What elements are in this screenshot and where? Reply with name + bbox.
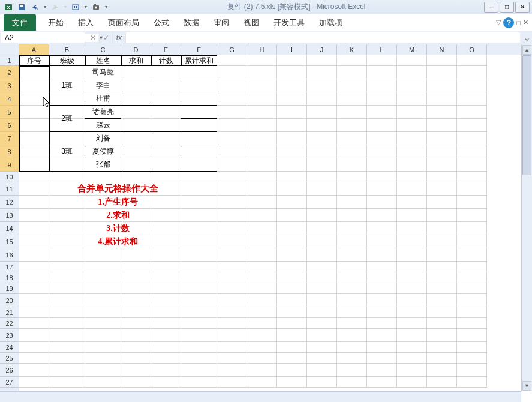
cell[interactable]	[151, 172, 181, 182]
redo-icon[interactable]	[49, 1, 61, 13]
cell[interactable]	[307, 283, 337, 294]
cell[interactable]	[181, 106, 217, 119]
cell[interactable]	[457, 92, 487, 106]
cell[interactable]	[277, 182, 307, 196]
cell[interactable]	[85, 342, 121, 353]
cell[interactable]: 求和	[121, 55, 151, 66]
cell[interactable]	[217, 106, 247, 119]
cell[interactable]	[307, 145, 337, 158]
cell[interactable]	[397, 92, 427, 106]
cell[interactable]	[427, 145, 457, 158]
cell[interactable]	[457, 235, 487, 248]
cell[interactable]	[247, 272, 277, 283]
cell[interactable]	[337, 283, 367, 294]
cell[interactable]	[217, 329, 247, 342]
cell[interactable]	[217, 364, 247, 377]
cell[interactable]	[367, 353, 397, 364]
cell[interactable]	[181, 92, 217, 106]
cell[interactable]	[121, 262, 151, 272]
cell[interactable]	[121, 66, 151, 106]
cell[interactable]	[121, 106, 151, 132]
cell[interactable]	[19, 272, 49, 283]
col-header-E[interactable]: E	[151, 44, 181, 55]
col-header-B[interactable]: B	[49, 44, 85, 55]
cell[interactable]	[49, 318, 85, 329]
cell[interactable]	[427, 119, 457, 132]
cell[interactable]: 李白	[85, 79, 121, 92]
row-header-25[interactable]: 25	[0, 353, 19, 364]
col-header-K[interactable]: K	[337, 44, 367, 55]
cell[interactable]	[367, 196, 397, 209]
cell[interactable]	[121, 172, 151, 182]
col-header-C[interactable]: C	[85, 44, 121, 55]
cell[interactable]: 刘备	[85, 132, 121, 145]
cell[interactable]	[457, 329, 487, 342]
cell[interactable]	[151, 377, 181, 388]
formula-input[interactable]	[126, 32, 520, 43]
cell[interactable]	[397, 283, 427, 294]
cell[interactable]	[337, 92, 367, 106]
cell[interactable]	[247, 222, 277, 235]
cell[interactable]	[337, 119, 367, 132]
cell[interactable]	[49, 294, 85, 307]
cell[interactable]	[217, 318, 247, 329]
cell[interactable]	[151, 318, 181, 329]
cell[interactable]	[85, 377, 121, 388]
cell[interactable]	[121, 342, 151, 353]
cell[interactable]	[457, 283, 487, 294]
cell[interactable]	[337, 272, 367, 283]
cell[interactable]	[367, 172, 397, 182]
cell[interactable]	[427, 132, 457, 145]
cell[interactable]	[49, 353, 85, 364]
cell[interactable]	[19, 262, 49, 272]
cell[interactable]	[217, 119, 247, 132]
vertical-scrollbar[interactable]: ▲ ▼	[521, 44, 532, 391]
cell[interactable]	[367, 119, 397, 132]
row-header-9[interactable]: 9	[0, 158, 19, 172]
cell[interactable]	[247, 235, 277, 248]
cell[interactable]	[397, 145, 427, 158]
cell[interactable]	[85, 329, 121, 342]
cell[interactable]: 司马懿	[85, 66, 121, 79]
cell[interactable]: 3班	[49, 132, 85, 172]
cell[interactable]	[19, 294, 49, 307]
cell[interactable]	[457, 132, 487, 145]
cell[interactable]	[217, 353, 247, 364]
cell[interactable]	[337, 132, 367, 145]
cell[interactable]	[181, 132, 217, 145]
cell[interactable]	[337, 353, 367, 364]
cell[interactable]	[457, 342, 487, 353]
col-header-A[interactable]: A	[19, 44, 49, 55]
row-header-5[interactable]: 5	[0, 106, 19, 119]
cell[interactable]	[457, 79, 487, 92]
row-header-21[interactable]: 21	[0, 307, 19, 318]
close-button[interactable]: ✕	[515, 2, 530, 13]
save-icon[interactable]	[16, 1, 28, 13]
cell[interactable]	[307, 364, 337, 377]
cell[interactable]	[457, 182, 487, 196]
cell[interactable]	[217, 209, 247, 222]
cells-area[interactable]: 序号班级姓名求和计数累计求和1班2班3班司马懿李白杜甫诸葛亮赵云刘备夏侯惇张郃合…	[19, 55, 521, 391]
cell[interactable]	[277, 209, 307, 222]
cell[interactable]	[181, 329, 217, 342]
col-header-G[interactable]: G	[217, 44, 247, 55]
cell[interactable]	[217, 92, 247, 106]
cell[interactable]	[367, 377, 397, 388]
cell[interactable]	[397, 158, 427, 172]
scroll-thumb[interactable]	[522, 55, 531, 175]
cell[interactable]	[457, 307, 487, 318]
cell[interactable]	[397, 235, 427, 248]
cell[interactable]	[277, 307, 307, 318]
cell[interactable]	[427, 92, 457, 106]
cell[interactable]	[151, 342, 181, 353]
cell[interactable]	[151, 294, 181, 307]
ribbon-minimize-icon[interactable]: ▽	[496, 19, 501, 26]
enter-icon[interactable]: ✓	[100, 31, 113, 44]
row-header-14[interactable]: 14	[0, 222, 19, 235]
cell[interactable]	[427, 248, 457, 262]
row-header-3[interactable]: 3	[0, 79, 19, 92]
cell[interactable]	[277, 342, 307, 353]
cell[interactable]	[427, 353, 457, 364]
cell[interactable]	[277, 318, 307, 329]
cell[interactable]	[337, 235, 367, 248]
